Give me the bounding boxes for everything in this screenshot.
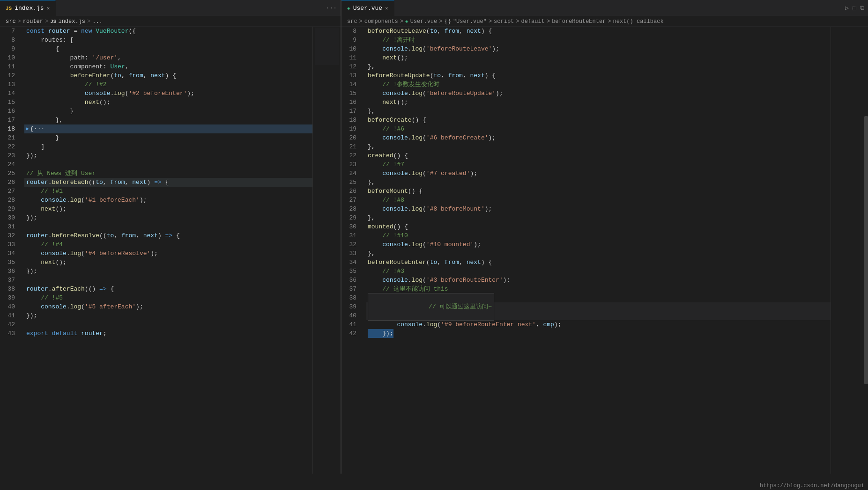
code-line-31 [24,222,312,231]
code-line-33: // !#4 [24,240,312,249]
rln-25: 25 [341,178,360,187]
code-line-38: router.afterEach(() => { [24,285,312,293]
code-line-35: next(); [24,258,312,267]
minimap-preview [315,28,339,65]
minimap-scrollbar[interactable] [864,116,868,384]
rln-35: 35 [341,267,360,276]
ln-31: 31 [0,222,19,231]
rln-19: 19 [341,124,360,133]
left-pane: JS index.js ✕ ··· src > router > JS inde… [0,0,341,474]
rcode-19: // !#6 [366,124,831,133]
code-line-22: ] [24,142,312,151]
ln-14: 14 [0,89,19,98]
ln-27: 27 [0,187,19,196]
rln-42: 42 [341,329,360,338]
breadcrumb-more: ... [92,18,103,25]
editors-row: JS index.js ✕ ··· src > router > JS inde… [0,0,868,474]
rcode-10: console.log('beforeRouteLeave'); [366,44,831,53]
rln-15: 15 [341,89,360,98]
ln-39: 39 [0,293,19,302]
code-line-21: } [24,133,312,142]
ln-25: 25 [0,169,19,178]
ln-36: 36 [0,267,19,276]
ln-42: 42 [0,320,19,329]
rcode-11: next(); [366,53,831,62]
right-code-area: 8 9 10 11 12 13 14 15 16 17 18 19 20 21 … [341,27,868,474]
rcode-34: beforeRouteEnter(to, from, next) { [366,258,831,267]
rb-curly: {} [444,18,451,25]
rln-28: 28 [341,205,360,213]
code-line-7: const router = new VueRouter({ [24,27,312,36]
rln-9: 9 [341,36,360,44]
rcode-13: beforeRouteUpdate(to, from, next) { [366,71,831,80]
code-line-41: }); [24,311,312,320]
ln-10: 10 [0,53,19,62]
left-tab-label: index.js [15,5,44,12]
run-icon[interactable]: ▷ [845,4,849,12]
ln-30: 30 [0,213,19,222]
code-line-12: beforeEnter(to, from, next) { [24,71,312,80]
rb-beforerouteenter: beforeRouteEnter [552,18,606,25]
ln-16: 16 [0,107,19,116]
rcode-14: // !参数发生变化时 [366,80,831,89]
rln-12: 12 [341,62,360,71]
rcode-28: console.log('#8 beforeMount'); [366,205,831,213]
rln-29: 29 [341,213,360,222]
left-code-content: const router = new VueRouter({ routes: [… [22,27,312,474]
rcode-23: // !#7 [366,160,831,169]
rcode-12: }, [366,62,831,71]
rcode-9: // !离开时 [366,36,831,44]
left-tab-index-js[interactable]: JS index.js ✕ [0,0,56,16]
ln-29: 29 [0,205,19,213]
ln-11: 11 [0,62,19,71]
rln-40: 40 [341,311,360,320]
code-line-37 [24,276,312,285]
ln-12: 12 [0,71,19,80]
rln-27: 27 [341,196,360,205]
rln-38: 38 [341,293,360,302]
rb-default: default [521,18,545,25]
right-tab-user-vue[interactable]: ◈ User.vue ✕ [341,0,394,16]
debug-icon[interactable]: ⬚ [853,4,856,12]
code-line-11: component: User, [24,62,312,71]
split-icon[interactable]: ⧉ [860,5,864,12]
left-tab-bar: JS index.js ✕ ··· [0,0,341,16]
right-line-numbers: 8 9 10 11 12 13 14 15 16 17 18 19 20 21 … [341,27,364,474]
ln-38: 38 [0,285,19,293]
code-line-17: }, [24,116,312,124]
breadcrumb-filename: index.js [58,18,85,25]
rb-script: script [494,18,514,25]
code-line-30: }); [24,213,312,222]
ln-34: 34 [0,249,19,258]
rln-8: 8 [341,27,360,36]
rcode-17: }, [366,107,831,116]
ln-9: 9 [0,44,19,53]
rln-33: 33 [341,249,360,258]
rln-30: 30 [341,222,360,231]
ln-35: 35 [0,258,19,267]
code-line-42 [24,320,312,329]
rcode-36: console.log('#3 beforeRouteEnter'); [366,276,831,285]
code-line-10: path: '/user', [24,53,312,62]
more-actions-icon[interactable]: ··· [326,5,337,12]
left-breadcrumb: src > router > JS index.js > ... [0,16,341,27]
ln-13: 13 [0,80,19,89]
code-line-24 [24,160,312,169]
rb-next-callback: next() callback [613,18,664,25]
code-line-15: next(); [24,98,312,107]
rb-vue-icon: ◈ [405,18,408,24]
rln-17: 17 [341,107,360,116]
breadcrumb-router: router [23,18,43,25]
left-tab-close[interactable]: ✕ [47,5,50,11]
rcode-24: console.log('#7 created'); [366,169,831,178]
breadcrumb-file-icon: JS [50,19,56,24]
rb-filename: User.vue [410,18,438,25]
rcode-41: console.log('#9 beforeRouteEnter next', … [366,320,831,329]
left-line-numbers: 7 8 9 10 11 12 13 14 15 16 17 18 21 22 2… [0,27,22,474]
rcode-18: beforeCreate() { [366,116,831,124]
right-tab-close[interactable]: ✕ [385,5,388,11]
ln-8: 8 [0,36,19,44]
rln-16: 16 [341,98,360,107]
code-line-13: // !#2 [24,80,312,89]
ln-28: 28 [0,196,19,205]
